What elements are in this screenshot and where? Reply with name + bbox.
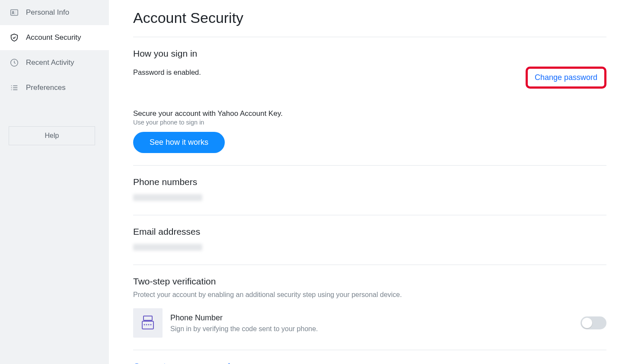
svg-rect-12 [144,316,152,320]
change-password-link[interactable]: Change password [535,73,597,82]
sidebar-item-label: Preferences [26,83,66,92]
main-content: Account Security How you sign in Passwor… [109,0,622,364]
phone-numbers-section: Phone numbers [133,166,606,215]
shield-check-icon [10,33,19,42]
sidebar-item-label: Recent Activity [26,58,74,67]
tsv-heading: Two-step verification [133,276,606,287]
list-icon [10,83,19,93]
tsv-toggle[interactable] [581,316,606,329]
svg-rect-0 [11,10,18,16]
svg-point-8 [11,87,12,88]
sidebar-item-preferences[interactable]: Preferences [0,75,109,100]
tsv-method-title: Phone Number [170,313,318,322]
svg-point-4 [16,13,16,14]
sidebar-item-personal-info[interactable]: Personal Info [0,0,109,25]
tsv-method-desc: Sign in by verifying the code sent to yo… [170,325,318,333]
sidebar-item-account-security[interactable]: Account Security [0,25,109,50]
svg-point-3 [16,12,16,13]
account-key-cta-button[interactable]: See how it works [133,132,225,153]
sidebar: Personal Info Account Security Recent Ac… [0,0,109,364]
sidebar-item-label: Personal Info [26,8,69,17]
help-button-wrap: Help [0,100,109,145]
help-button[interactable]: Help [9,126,95,145]
account-key-title: Secure your account with Yahoo Account K… [133,109,606,118]
clock-icon [10,58,19,67]
svg-point-6 [11,86,12,86]
tsv-description: Protect your account by enabling an addi… [133,291,606,299]
svg-point-10 [11,89,12,90]
account-key-block: Secure your account with Yahoo Account K… [133,109,606,153]
sidebar-item-label: Account Security [26,33,81,42]
signin-heading: How you sign in [133,48,606,59]
change-password-highlight: Change password [526,67,606,89]
phone-number-redacted [133,194,202,201]
email-addresses-section: Email addresses [133,215,606,265]
page-title: Account Security [133,10,606,37]
app-password-section: Generate app password Create a one-time … [133,350,606,364]
email-addresses-heading: Email addresses [133,227,606,237]
toggle-knob [582,318,592,328]
password-status: Password is enabled. [133,68,201,77]
account-key-sub: Use your phone to sign in [133,119,606,126]
signin-section: How you sign in Password is enabled. Cha… [133,37,606,166]
id-card-icon [10,8,19,17]
phone-verification-icon [133,308,163,338]
sidebar-item-recent-activity[interactable]: Recent Activity [0,50,109,75]
svg-point-1 [12,11,14,13]
email-address-redacted [133,244,202,251]
generate-app-password-link[interactable]: Generate app password [133,361,230,364]
two-step-verification-section: Two-step verification Protect your accou… [133,265,606,350]
svg-point-2 [16,11,16,12]
phone-numbers-heading: Phone numbers [133,177,606,187]
